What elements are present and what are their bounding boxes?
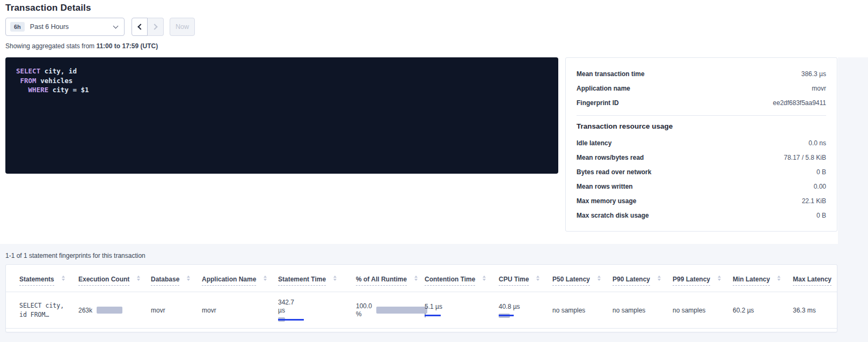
sort-icon [597,276,601,281]
aggregated-stats-note: Showing aggregated stats from 11:00 to 1… [5,42,158,50]
statements-table-card: Statements Execution Count Database Appl… [5,264,837,332]
contention-bar-line [425,315,441,316]
summary-label: Mean transaction time [577,70,645,78]
summary-label: Application name [577,85,630,92]
resource-label: Max scratch disk usage [577,212,649,219]
database-cell: movr [151,292,202,329]
chevron-right-icon [151,24,157,29]
resource-value: 0 B [816,212,826,219]
column-header-contention-time[interactable]: Contention Time [425,265,499,292]
sort-icon [264,276,267,281]
sql-code: SELECT city, id FROM vehicles WHERE city… [16,66,548,95]
column-header-min-latency[interactable]: Min Latency [733,265,793,292]
summary-divider [577,115,826,116]
next-time-button[interactable] [148,18,164,36]
execution-count-cell: 263k [78,292,151,329]
resource-row: Bytes read over network 0 B [577,165,826,179]
statement-time-bar-line [278,319,304,321]
column-header-p90-latency[interactable]: P90 Latency [612,265,673,292]
summary-row: Application name movr [577,81,826,95]
resource-label: Mean rows/bytes read [577,154,644,161]
statement-link[interactable]: SELECT city, id FROM… [19,301,74,319]
chevron-down-icon [113,24,119,29]
resource-label: Bytes read over network [577,168,651,176]
column-header-execution-count[interactable]: Execution Count [78,265,151,292]
summary-value: 386.3 µs [801,70,826,78]
summary-label: Fingerprint ID [577,99,619,107]
column-header-p99-latency[interactable]: P99 Latency [673,265,733,292]
cpu-time-bar [499,314,514,318]
application-name-cell: movr [202,292,278,329]
summary-value: movr [812,85,826,92]
max-latency-cell: 36.3 ms [793,292,837,329]
pct-runtime-cell: 100.0 % [356,292,425,329]
statement-cell[interactable]: SELECT city, id FROM… [6,292,78,329]
stats-note-prefix: Showing aggregated stats from [5,42,96,50]
sort-icon [414,276,418,281]
column-header-p50-latency[interactable]: P50 Latency [552,265,612,292]
resource-value: 0.00 [814,183,826,190]
column-header-pct-runtime[interactable]: % of All Runtime [356,265,425,292]
resource-row: Idle latency 0.0 ns [577,136,826,150]
resource-value: 78.17 / 5.8 KiB [784,154,826,161]
sort-icon [536,276,539,281]
column-header-statements[interactable]: Statements [6,265,78,292]
resource-usage-heading: Transaction resource usage [577,122,826,130]
column-header-max-latency[interactable]: Max Latency [793,265,837,292]
contention-time-bar [425,313,441,317]
sort-icon [62,276,65,281]
statement-time-cell: 342.7 µs [278,292,356,329]
resource-value: 22.1 KiB [802,197,826,205]
sql-statement-box: SELECT city, id FROM vehicles WHERE city… [5,57,558,174]
sort-icon [658,276,661,281]
summary-row: Fingerprint ID ee2df683f5aa9411 [577,95,826,110]
fingerprints-count-note: 1-1 of 1 statement fingerprints for this… [5,252,145,259]
cpu-bar-line [499,315,514,316]
table-header-row: Statements Execution Count Database Appl… [6,265,837,292]
transaction-summary-card: Mean transaction time 386.3 µs Applicati… [565,57,837,232]
time-picker-row: 6h Past 6 Hours Now [5,18,195,36]
min-latency-cell: 60.2 µs [733,292,793,329]
resource-value: 0 B [816,168,826,176]
transaction-details-page: Transaction Details 6h Past 6 Hours Now … [0,0,868,342]
statements-table: Statements Execution Count Database Appl… [6,265,837,329]
column-header-database[interactable]: Database [151,265,202,292]
resource-row: Mean rows written 0.00 [577,179,826,194]
column-header-statement-time[interactable]: Statement Time [278,265,356,292]
execution-count-bar [97,307,122,314]
sort-icon [718,276,721,281]
resource-row: Mean rows/bytes read 78.17 / 5.8 KiB [577,150,826,165]
resource-label: Mean rows written [577,183,633,190]
prev-time-button[interactable] [132,18,148,36]
resource-value: 0.0 ns [808,139,826,147]
p99-latency-cell: no samples [673,292,733,329]
sort-icon [483,276,486,281]
page-background-strip [838,57,868,244]
chevron-left-icon [137,24,143,29]
summary-value: ee2df683f5aa9411 [773,99,826,107]
time-nav-group [132,18,164,36]
p90-latency-cell: no samples [612,292,673,329]
sort-icon [187,276,190,281]
p50-latency-cell: no samples [552,292,612,329]
pct-runtime-bar [376,307,427,314]
resource-label: Idle latency [577,139,611,147]
resource-row: Max scratch disk usage 0 B [577,208,826,222]
resource-row: Max memory usage 22.1 KiB [577,194,826,208]
now-button[interactable]: Now [170,18,195,36]
time-range-badge: 6h [10,22,25,32]
column-header-application-name[interactable]: Application Name [202,265,278,292]
sort-icon [333,276,337,281]
column-header-cpu-time[interactable]: CPU Time [499,265,552,292]
resource-label: Max memory usage [577,197,636,205]
stats-note-range: 11:00 to 17:59 (UTC) [96,42,158,50]
summary-row: Mean transaction time 386.3 µs [577,66,826,81]
contention-time-cell: 5.1 µs [425,292,499,329]
statement-row: SELECT city, id FROM… 263k movr movr 342… [6,292,837,329]
statement-time-bar [278,317,304,322]
cpu-time-cell: 40.8 µs [499,292,552,329]
time-range-dropdown[interactable]: 6h Past 6 Hours [5,18,125,36]
time-range-label: Past 6 Hours [30,23,69,31]
page-title: Transaction Details [5,3,91,13]
sort-icon [137,276,140,281]
